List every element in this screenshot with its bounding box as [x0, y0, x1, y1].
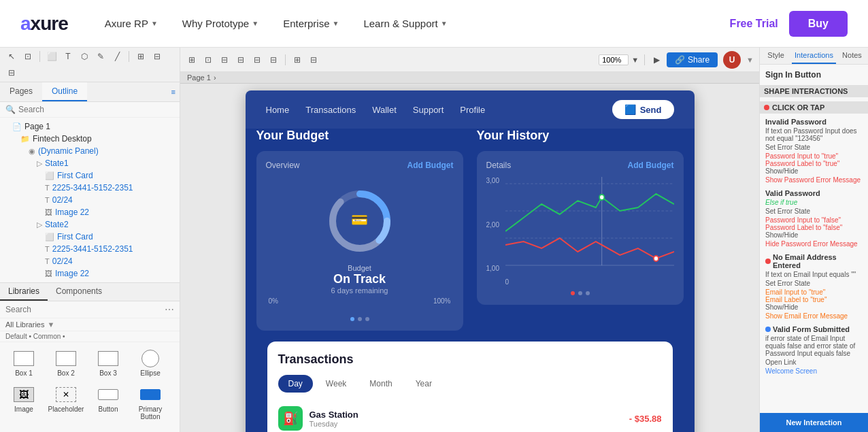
add-budget-button[interactable]: Add Budget — [407, 161, 454, 170]
canvas-content[interactable]: Home Transactions Wallet Support Profile… — [180, 84, 759, 432]
list-item[interactable]: 📁 Fintech Desktop — [0, 133, 180, 145]
tab-style[interactable]: Style — [760, 48, 792, 64]
tab-interactions[interactable]: Interactions — [792, 48, 836, 64]
list-item[interactable]: Box 1 — [4, 346, 44, 380]
budget-title: Your Budget — [256, 129, 463, 143]
tree-page1[interactable]: 📄 Page 1 — [0, 120, 180, 133]
list-item[interactable]: T 02/24 — [0, 194, 180, 206]
nav-actions: Free Trial Buy — [730, 11, 848, 37]
play-icon[interactable]: ▶ — [650, 54, 663, 66]
tab-notes[interactable]: Notes — [836, 48, 868, 64]
list-item[interactable]: 🖼 Image 22 — [0, 267, 180, 280]
list-item[interactable]: T 02/24 — [0, 255, 180, 267]
crop-tool-icon[interactable]: ⊡ — [22, 50, 34, 63]
tab-libraries[interactable]: Libraries — [0, 283, 48, 301]
chevron-down-icon-zoom[interactable]: ▼ — [631, 56, 639, 64]
shape-tool-icon[interactable]: ⬡ — [78, 50, 90, 63]
list-item[interactable]: ◉ (Dynamic Panel) — [0, 145, 180, 157]
rect-icon-2: ⬜ — [45, 233, 54, 242]
list-item[interactable]: H3 H3 — [131, 426, 170, 432]
lib-search-bar: ⋯ — [0, 301, 180, 318]
chart-svg-area — [505, 177, 674, 272]
state2-icon: ▷ — [37, 220, 42, 229]
align-icon[interactable]: ⊟ — [235, 54, 247, 66]
chevron-down-icon-lib[interactable]: ▼ — [47, 320, 54, 329]
list-item[interactable]: ✕ Placeholder — [46, 382, 86, 423]
align-tool-icon[interactable]: ⊟ — [151, 50, 163, 63]
rect-tool-icon[interactable]: ⬜ — [46, 50, 58, 63]
list-item[interactable]: Box 2 — [46, 346, 86, 380]
list-item[interactable]: Primary Button — [131, 382, 170, 423]
tab-pages[interactable]: Pages — [0, 82, 42, 101]
distribute-icon[interactable]: ⊟ — [218, 54, 231, 66]
list-item[interactable]: Button — [88, 382, 128, 423]
history-card-header: Details Add Budget — [486, 161, 674, 170]
list-item[interactable]: H1 H1 — [46, 426, 86, 432]
tab-day[interactable]: Day — [278, 375, 313, 393]
proto-nav-wallet[interactable]: Wallet — [372, 105, 397, 115]
list-item[interactable]: ⬜ First Card — [0, 231, 180, 243]
new-interaction-button[interactable]: New Interaction — [760, 413, 868, 432]
lib-menu-icon[interactable]: ⋯ — [165, 304, 174, 315]
zoom-input[interactable] — [599, 54, 629, 65]
fit-icon[interactable]: ⊞ — [186, 54, 198, 66]
list-item[interactable]: T 2225-3441-5152-2351 — [0, 182, 180, 194]
nav-why-prototype[interactable]: Why Prototype ▼ — [173, 12, 268, 35]
format-tool-icon[interactable]: ⊞ — [135, 50, 147, 63]
nav-axure-rp[interactable]: Axure RP ▼ — [95, 12, 167, 35]
tab-week[interactable]: Week — [316, 375, 356, 393]
buy-button[interactable]: Buy — [789, 11, 848, 37]
line-tool-icon[interactable]: ╱ — [111, 50, 123, 63]
list-item[interactable]: ⬜ First Card — [0, 169, 180, 182]
list-item[interactable]: Link Button — [4, 426, 44, 432]
grid-icon[interactable]: ⊞ — [291, 54, 303, 66]
proto-send-button[interactable]: 🟦 Send — [612, 100, 674, 119]
list-item[interactable]: Ellipse — [131, 346, 170, 380]
nav-enterprise[interactable]: Enterprise ▼ — [273, 12, 348, 35]
budget-card: Overview Add Budget — [256, 151, 463, 331]
list-item[interactable]: 🖼 Image 22 — [0, 206, 180, 218]
history-add-budget[interactable]: Add Budget — [628, 161, 674, 170]
outline-filter-icon[interactable]: ≡ — [171, 88, 176, 96]
share-button[interactable]: 🔗 Share — [667, 52, 718, 67]
search-input[interactable] — [18, 105, 174, 114]
avatar[interactable]: U — [723, 51, 741, 69]
spacing-icon[interactable]: ⊟ — [251, 54, 263, 66]
interactions-content: Sign In Button SHAPE INTERACTIONS CLICK … — [760, 65, 868, 413]
list-item[interactable]: H2 H2 — [88, 426, 128, 432]
breadcrumb-arrow: › — [214, 73, 216, 82]
table-row: ⛽ Gas Station Tuesday - $35.88 — [278, 401, 662, 432]
proto-nav-home[interactable]: Home — [266, 105, 290, 115]
list-item[interactable]: ▷ State2 — [0, 218, 180, 231]
proto-nav-support[interactable]: Support — [413, 105, 444, 115]
list-item[interactable]: Box 3 — [88, 346, 128, 380]
proto-nav-transactions[interactable]: Transactions — [305, 105, 356, 115]
free-trial-link[interactable]: Free Trial — [730, 18, 778, 30]
tab-year[interactable]: Year — [405, 375, 442, 393]
error-dot — [765, 259, 771, 264]
tab-outline[interactable]: Outline — [42, 82, 87, 101]
canvas-toolbar: ↖ ⊡ ⬜ T ⬡ ✎ ╱ ⊞ ⊟ ⊟ — [0, 48, 180, 82]
tx-tabs: Day Week Month Year — [278, 375, 662, 393]
tab-month[interactable]: Month — [359, 375, 402, 393]
proto-nav-profile[interactable]: Profile — [460, 105, 485, 115]
logo[interactable]: axure — [20, 13, 68, 35]
guide-icon[interactable]: ⊟ — [307, 54, 320, 66]
canvas-top-toolbar: ⊞ ⊡ ⊟ ⊟ ⊟ ⊟ ⊞ ⊟ ▼ ▶ 🔗 Share U ▼ — [180, 48, 759, 72]
list-item[interactable]: 🖼 Image — [4, 382, 44, 423]
lib-search-input[interactable] — [5, 305, 87, 314]
transactions-title: Transactions — [278, 352, 662, 367]
element-title: Sign In Button — [765, 70, 863, 80]
text-tool-icon[interactable]: T — [62, 50, 74, 63]
chart-label-zero: 0 — [505, 278, 510, 286]
tab-components[interactable]: Components — [48, 283, 110, 301]
snap-icon[interactable]: ⊡ — [202, 54, 214, 66]
nav-learn-support[interactable]: Learn & Support ▼ — [354, 12, 456, 35]
chevron-down-icon-avatar[interactable]: ▼ — [746, 56, 754, 64]
layout-icon[interactable]: ⊟ — [267, 54, 280, 66]
pen-tool-icon[interactable]: ✎ — [95, 50, 107, 63]
distribute-tool-icon[interactable]: ⊟ — [5, 67, 18, 79]
list-item[interactable]: ▷ State1 — [0, 157, 180, 169]
list-item[interactable]: T 2225-3441-5152-2351 — [0, 243, 180, 255]
select-tool-icon[interactable]: ↖ — [5, 50, 18, 63]
